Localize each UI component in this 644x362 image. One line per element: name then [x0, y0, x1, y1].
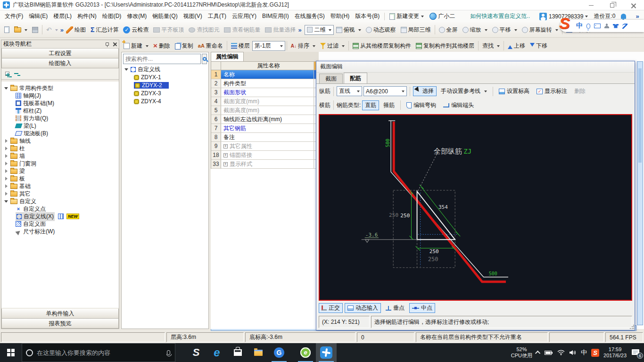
settings-wrench-icon[interactable] — [622, 24, 627, 29]
open-file-button[interactable] — [12, 24, 30, 36]
tree-item-other[interactable]: 其它 — [1, 190, 119, 197]
summary-calc-button[interactable]: Σ汇总计算 — [88, 24, 121, 36]
tab-property-edit[interactable]: 属性编辑 — [211, 52, 244, 61]
reference-polyline[interactable] — [391, 121, 508, 277]
list-item-zdyx4[interactable]: ZDYX-4 — [122, 98, 208, 105]
property-row-type[interactable]: 2构件类型 — [211, 79, 318, 88]
view-mode-combo[interactable]: 二维 — [305, 25, 334, 35]
tree-item-axes[interactable]: 轴线 — [1, 137, 119, 145]
taskbar-store-button[interactable] — [227, 343, 248, 362]
tree-item-openings[interactable]: 门窗洞 — [1, 160, 119, 167]
close-button[interactable] — [623, 0, 644, 10]
dim-500-top[interactable]: 500 — [385, 139, 390, 147]
property-group-other-attrs[interactable]: 9+其它属性 — [211, 142, 318, 151]
expander-icon[interactable] — [4, 169, 8, 173]
dim-250-vertical-ref[interactable]: 250 — [389, 212, 398, 218]
taskbar-browser-g-button[interactable] — [269, 343, 289, 362]
property-row-section-width[interactable]: 4截面宽度(mm) — [211, 97, 318, 106]
assistant-button[interactable]: 广小二 — [427, 10, 458, 22]
skin-icon[interactable] — [613, 24, 619, 28]
dim-250-horizontal-ref[interactable]: 250 — [428, 256, 438, 263]
delete-component-button[interactable]: 删除 — [151, 40, 173, 52]
speaker-icon[interactable] — [569, 350, 577, 355]
manual-reference-button[interactable]: 手动设置参考线 — [438, 86, 490, 96]
floor-combo[interactable]: 第-1层 — [252, 41, 285, 51]
tree-item-custom-line[interactable]: 自定义线(X)NEW — [1, 213, 119, 220]
set-elevation-button[interactable]: 设置标高 — [496, 86, 532, 96]
ortho-button[interactable]: 正交 — [319, 303, 343, 313]
section-triangle[interactable] — [417, 191, 455, 240]
toolbar-overflow-chevron[interactable] — [60, 26, 64, 33]
property-row-section-height[interactable]: 5截面高度(mm) — [211, 106, 318, 115]
tree-item-wall[interactable]: 墙 — [1, 152, 119, 160]
search-input[interactable] — [123, 54, 201, 64]
tree-item-raft-foundation[interactable]: 筏板基础(M) — [1, 99, 119, 107]
menu-rebar[interactable]: 钢筋量(Q) — [149, 10, 180, 22]
midpoint-snap-button[interactable]: 中点 — [409, 303, 435, 313]
property-group-anchor-lap[interactable]: 18+锚固搭接 — [211, 151, 318, 160]
tree-item-column[interactable]: 柱 — [1, 145, 119, 152]
expand-all-icon[interactable] — [5, 72, 9, 76]
section-cad-canvas[interactable]: 500 354 250 250 250 250 -3.6 500 全部纵筋 ZJ — [319, 114, 632, 301]
list-item-zdyx1[interactable]: ZDYX-1 — [122, 74, 208, 81]
stirrup-button[interactable]: 箍筋 — [380, 100, 397, 110]
screen-rotate-button[interactable]: 屏幕旋转 — [520, 24, 561, 36]
tree-item-custom[interactable]: 自定义 — [1, 197, 119, 205]
pan-button[interactable]: 平移 — [490, 24, 520, 36]
copy-from-other-floor-button[interactable]: 从其他楼层复制构件 — [350, 40, 413, 52]
tree-item-frame-column[interactable]: 框柱(Z) — [1, 107, 119, 115]
edit-hook-button[interactable]: 编辑弯钩 — [404, 100, 439, 110]
expander-icon[interactable] — [4, 154, 8, 158]
menu-floor[interactable]: 楼层(L) — [50, 10, 74, 22]
resize-grip[interactable] — [629, 325, 634, 329]
expander-icon[interactable] — [4, 86, 8, 90]
taskbar-explorer-button[interactable] — [248, 343, 269, 362]
cpu-usage-indicator[interactable]: 52%CPU使用 — [511, 346, 532, 359]
dim-354[interactable]: 354 — [438, 204, 448, 210]
collapse-all-icon[interactable] — [14, 71, 20, 77]
help-tip-link[interactable]: 如何快速布置自定义范.. — [470, 12, 530, 20]
find-element-button[interactable]: 查找图元 — [186, 24, 222, 36]
rename-button[interactable]: 重命名 — [196, 40, 225, 52]
rebar-label-tag[interactable]: ZJ — [463, 148, 471, 155]
bell-icon[interactable] — [621, 14, 626, 19]
copy-to-other-floor-button[interactable]: 复制构件到其他楼层 — [413, 40, 477, 52]
list-root-custom-line[interactable]: 自定义线 — [122, 66, 208, 73]
tree-item-shear-wall[interactable]: 剪力墙(Q) — [1, 115, 119, 122]
notification-icon[interactable]: 6 — [631, 348, 641, 357]
expander-icon[interactable] — [4, 184, 8, 189]
account-icon[interactable] — [604, 24, 609, 28]
close-panel-icon[interactable] — [113, 42, 117, 46]
soft-keyboard-icon[interactable] — [594, 24, 601, 28]
ime-mode-indicator[interactable]: 中 — [576, 22, 583, 30]
menu-help[interactable]: 帮助(H) — [328, 10, 353, 22]
rebar-spec-combo[interactable]: A6@200 — [363, 86, 407, 96]
clock[interactable]: 17:592017/6/23 — [603, 346, 627, 359]
taskbar-edge-button[interactable] — [206, 343, 227, 362]
expander-icon[interactable] — [4, 139, 8, 143]
draw-mode-button[interactable]: 绘图 — [64, 24, 88, 36]
save-button[interactable] — [30, 24, 41, 36]
battery-icon[interactable] — [545, 350, 553, 355]
sort-button[interactable]: 排序 — [289, 40, 318, 52]
draw-input-section[interactable]: 绘图输入 — [1, 58, 119, 68]
tree-item-beams[interactable]: 梁 — [1, 167, 119, 175]
edit-end-button[interactable]: 编辑端头 — [440, 100, 477, 110]
new-change-button[interactable]: 新建变更 — [387, 10, 427, 22]
batch-select-button[interactable]: 批量选择 — [263, 24, 298, 36]
filter-button[interactable]: 过滤 — [318, 40, 347, 52]
dynamic-input-button[interactable]: 动态输入 — [345, 303, 381, 313]
expander-icon[interactable] — [4, 177, 8, 181]
mic-icon[interactable] — [167, 350, 170, 355]
tree-item-foundation[interactable]: 基础 — [1, 182, 119, 190]
taskbar-360-browser-button[interactable] — [295, 343, 316, 362]
move-up-button[interactable]: 上移 — [505, 40, 528, 52]
expander-icon[interactable] — [4, 199, 8, 204]
copy-component-button[interactable]: 复制 — [173, 40, 196, 52]
align-slab-top-button[interactable]: 平齐板顶 — [151, 24, 186, 36]
voice-input-icon[interactable] — [586, 24, 590, 29]
menu-cloud[interactable]: 云应用(Y) — [229, 10, 259, 22]
menu-draw[interactable]: 绘图(D) — [99, 10, 124, 22]
menu-tools[interactable]: 工具(T) — [205, 10, 229, 22]
taskbar-ggj-button[interactable] — [316, 343, 337, 362]
